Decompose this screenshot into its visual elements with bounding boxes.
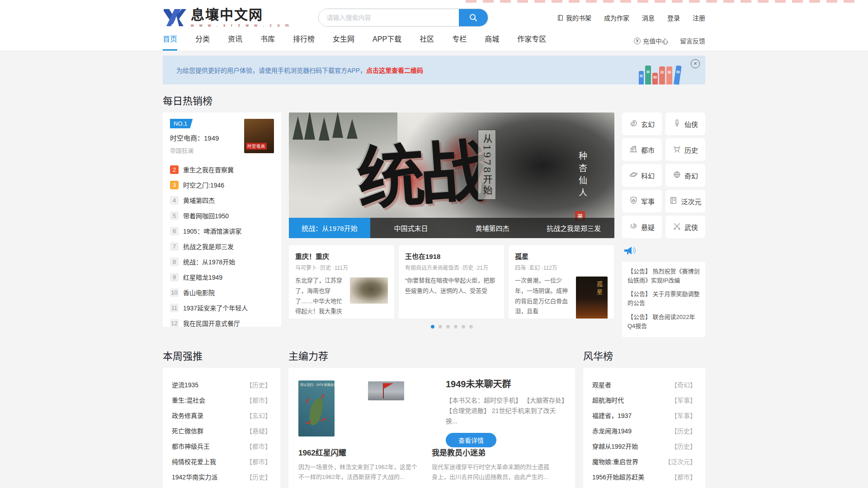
- search-button[interactable]: [459, 9, 488, 26]
- weekly-book-row[interactable]: 潜伏：谍海风云 【军事】: [172, 484, 271, 488]
- recharge-link[interactable]: ¥ 充值中心: [634, 36, 668, 45]
- nav-item[interactable]: 排行榜: [293, 33, 315, 51]
- rank-row[interactable]: 9 红星暗龙1949: [170, 269, 274, 285]
- nav-item[interactable]: 分类: [195, 33, 210, 51]
- weekly-book-row[interactable]: 都市神级兵王 【都市】: [172, 438, 271, 454]
- fenghua-book-row[interactable]: 观星者 【奇幻】: [592, 377, 696, 392]
- announcement-item[interactable]: 【公告】 热烈祝贺《赛博剑仙铁雨》实现IP改编: [627, 267, 700, 285]
- announcement-item[interactable]: 【公告】 联合阅读2022年Q4报告: [627, 313, 700, 331]
- category-button[interactable]: 武侠: [665, 216, 705, 238]
- banner-close-button[interactable]: ×: [691, 59, 700, 68]
- red-flag-thumbnail[interactable]: [368, 381, 404, 400]
- slide-calligraphy: 统战: [354, 117, 485, 223]
- rank-row[interactable]: 5 带着网咖回1950: [170, 208, 274, 223]
- view-details-button[interactable]: 查看详情: [446, 433, 496, 447]
- carousel-tab[interactable]: 统战：从1978开始: [289, 218, 370, 238]
- weekly-book-row[interactable]: 纯情校花爱上我 【都市】: [172, 454, 271, 469]
- weekly-book-title: 死亡微信群: [172, 426, 203, 435]
- nav-item[interactable]: 商城: [485, 33, 499, 51]
- become-writer-link[interactable]: 成为作家: [604, 13, 629, 22]
- rank-row[interactable]: 12 我在民国开意式餐厅: [170, 315, 274, 331]
- pagination-dot[interactable]: [469, 325, 473, 328]
- featured-book-title[interactable]: 1949未来聊天群: [446, 377, 565, 390]
- search-input[interactable]: [319, 9, 459, 26]
- category-button[interactable]: 泛次元: [665, 190, 705, 212]
- category-button[interactable]: 仙侠: [665, 113, 705, 135]
- category-button[interactable]: 都市: [622, 138, 662, 161]
- pagination-dot[interactable]: [439, 325, 442, 328]
- carousel-tab[interactable]: 中国式末日: [370, 218, 452, 238]
- fenghua-book-row[interactable]: 穿越从1992开始 【历史】: [592, 438, 696, 454]
- pagination-dot[interactable]: [462, 325, 465, 328]
- book-card[interactable]: 孤星 四海 ·玄幻 ·112万 孤星 一次兽潮，一位少年，一场阴谋。成神的背后是…: [509, 245, 614, 319]
- fenghua-book-title: 魔物娘:重启世界: [592, 457, 638, 466]
- carousel-tab[interactable]: 黄埔第四杰: [452, 218, 533, 238]
- carousel-tabs: 统战：从1978开始中国式末日黄埔第四杰抗战之我是郑三发: [289, 218, 614, 238]
- rank-row[interactable]: 3 时空之门:1946: [170, 177, 274, 192]
- nav-item[interactable]: 女生网: [333, 33, 354, 51]
- taiwan-map-cover[interactable]: 何以当归：1975 布局台岛: [298, 380, 335, 436]
- planet-icon: [629, 170, 638, 180]
- fenghua-book-row[interactable]: 赤龙闹海1949 【历史】: [592, 423, 696, 438]
- fenghua-book-row[interactable]: 1956开始超苏赶美 【都市】: [592, 469, 696, 484]
- my-shelf-link[interactable]: 我的书架: [557, 13, 591, 22]
- rank-number: 3: [170, 181, 179, 189]
- editor-book-title[interactable]: 1962红星闪耀: [298, 446, 420, 458]
- login-link[interactable]: 登录: [667, 13, 680, 22]
- fenghua-book-tag: 【历史】: [671, 426, 696, 435]
- rank-row[interactable]: 2 重生之我在晋察冀: [170, 162, 274, 177]
- rank-row[interactable]: 7 抗战之我是郑三发: [170, 239, 274, 254]
- nav-item[interactable]: 书库: [260, 33, 275, 51]
- nav-item[interactable]: 首页: [163, 33, 177, 51]
- weekly-book-row[interactable]: 1942华南实力派 【历史】: [172, 469, 271, 484]
- book-card[interactable]: 重庆！重庆 马可萝卜 ·历史 ·111万 东北穿了，江苏穿了，海南也穿了……中华…: [289, 245, 394, 319]
- register-link[interactable]: 注册: [693, 13, 705, 22]
- category-button[interactable]: 科幻: [622, 164, 662, 187]
- fenghua-book-row[interactable]: 超航海时代 【军事】: [592, 392, 696, 408]
- category-button[interactable]: 玄幻: [622, 113, 662, 135]
- pagination-dot[interactable]: [431, 325, 434, 328]
- category-button[interactable]: 军事: [622, 190, 662, 212]
- category-label: 都市: [641, 145, 655, 155]
- weekly-book-row[interactable]: 死亡微信群 【悬疑】: [172, 423, 271, 438]
- site-logo[interactable]: 息壤中文网 w w w . x r z w w . c o m: [163, 7, 291, 28]
- rank-book-title: 我在民国开意式餐厅: [183, 319, 240, 328]
- book-card[interactable]: 王也在1918 有朋自远方来尚能饭否 ·历史 ·21万 “你要替我在暗夜中举起火…: [399, 245, 504, 319]
- rank-row[interactable]: 6 1905：啤酒馆演讲家: [170, 223, 274, 239]
- rank-row[interactable]: 10 香山电影院: [170, 285, 274, 300]
- weekly-book-row[interactable]: 逆流1935 【历史】: [172, 377, 271, 392]
- rank-row[interactable]: 8 统战：从1978开始: [170, 254, 274, 269]
- rank-row[interactable]: 4 黄埔第四杰: [170, 192, 274, 208]
- fenghua-book-row[interactable]: 福建省，1937 【军事】: [592, 408, 696, 423]
- category-button[interactable]: 奇幻: [665, 164, 705, 187]
- rank-row[interactable]: 11 1937延安来了个年轻人: [170, 300, 274, 315]
- sword-icon: [673, 119, 681, 129]
- nav-item[interactable]: 专栏: [452, 33, 467, 51]
- nav-item[interactable]: 资讯: [228, 33, 242, 51]
- carousel-tab[interactable]: 抗战之我是郑三发: [533, 218, 614, 238]
- nav-item[interactable]: 作家专区: [517, 33, 546, 51]
- weekly-book-row[interactable]: 政务修真录 【玄幻】: [172, 408, 271, 423]
- nav-item[interactable]: APP下载: [373, 33, 401, 51]
- fenghua-book-row[interactable]: 魔物娘:重启世界 【泛次元】: [592, 454, 696, 469]
- category-button[interactable]: 历史: [665, 138, 705, 161]
- announcements-card: 【公告】 热烈祝贺《赛博剑仙铁雨》实现IP改编【公告】 关于月票奖励调整的公告【…: [622, 262, 705, 337]
- fenghua-book-row[interactable]: 从红灯区到封魔战争 【奇幻】: [592, 484, 696, 488]
- nav-item[interactable]: 社区: [420, 33, 434, 51]
- hero-carousel-slide[interactable]: 统战 从1978开始 种杏仙人 著 统战：从1978开始中国式末日黄埔第四杰抗战…: [289, 113, 614, 238]
- no1-book-cover[interactable]: 时空电商: [244, 119, 274, 153]
- banner-qr-link[interactable]: 点击这里查看二维码: [366, 66, 423, 75]
- messages-link[interactable]: 消息: [642, 13, 655, 22]
- pagination-dot[interactable]: [454, 325, 458, 328]
- rank-book-title: 抗战之我是郑三发: [183, 242, 234, 251]
- category-button[interactable]: 悬疑: [622, 216, 662, 238]
- fenghua-book-title: 福建省，1937: [592, 411, 632, 420]
- rank-number: 4: [170, 196, 179, 205]
- weekly-book-row[interactable]: 重生:混社会 【都市】: [172, 392, 271, 408]
- feedback-link[interactable]: 留言反馈: [680, 36, 705, 45]
- pagination-dot[interactable]: [446, 325, 450, 328]
- rank-book-title: 1937延安来了个年轻人: [183, 303, 248, 312]
- editor-book-title[interactable]: 我是教员小迷弟: [432, 446, 553, 458]
- announcement-item[interactable]: 【公告】 关于月票奖励调整的公告: [627, 290, 700, 308]
- weekly-book-tag: 【历史】: [246, 380, 271, 389]
